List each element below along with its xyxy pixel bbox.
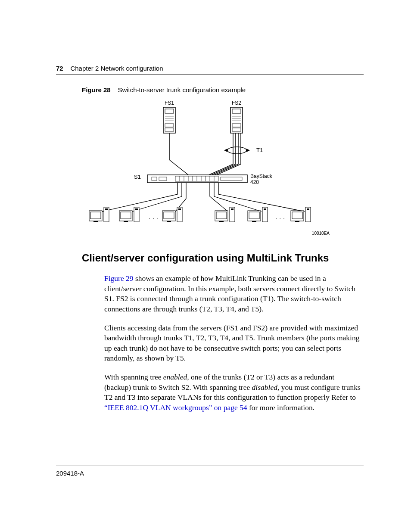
svg-text:. . .: . . . [275,213,285,221]
label-t1: T1 [256,147,263,153]
cable-fs1 [169,133,188,175]
body-text: shows an example of how MultiLink Trunki… [104,274,355,313]
svg-rect-9 [232,124,241,127]
svg-rect-36 [135,208,138,210]
running-header: 72 Chapter 2 Network configuration [56,65,364,75]
svg-rect-2 [165,124,174,127]
figure-29-link[interactable]: Figure 29 [104,274,134,283]
figure-caption: Figure 28 Switch-to-server trunk configu… [82,86,364,93]
page: 72 Chapter 2 Network configuration Figur… [0,0,411,532]
label-switch-model-line1: BayStack [250,173,273,179]
cables-to-clients [102,183,305,212]
italic-disabled: disabled [252,383,277,392]
figure-diagram: FS1 FS2 T1 [89,100,330,239]
body-paragraph-2: Clients accessing data from the servers … [104,323,363,364]
label-fs2: FS2 [232,100,241,106]
svg-rect-40 [167,221,171,222]
svg-rect-42 [178,208,181,210]
svg-rect-45 [219,221,224,222]
svg-rect-31 [105,208,108,210]
svg-rect-39 [164,212,174,219]
svg-rect-3 [165,128,174,131]
chapter-title-text: Chapter 2 Network configuration [70,65,163,72]
arrow-icon [224,149,227,152]
svg-rect-8 [232,109,241,113]
label-switch-model-line2: 420 [250,179,259,185]
svg-rect-29 [93,221,98,222]
svg-rect-56 [295,221,299,222]
svg-rect-26 [159,177,167,180]
server-fs1-icon [163,107,175,133]
document-number: 209418-A [56,470,84,477]
figure-title: Switch-to-server trunk configuration exa… [118,86,246,93]
svg-rect-44 [216,212,227,219]
arrow-icon [246,149,250,152]
label-s1: S1 [134,174,141,180]
chapter-title [65,65,71,72]
svg-rect-10 [232,128,241,131]
vlan-workgroups-link[interactable]: “IEEE 802.1Q VLAN workgroups” on page 54 [104,403,247,412]
page-number: 72 [56,65,63,72]
svg-rect-33 [121,212,131,219]
diagram-id: 10010EA [312,231,330,236]
body-paragraph-1: Figure 29 shows an example of how MultiL… [104,274,363,314]
svg-rect-50 [252,221,256,222]
figure-label: Figure 28 [82,86,111,93]
body-paragraph-3: With spanning tree enabled, one of the t… [104,372,363,413]
switch-ports [152,176,242,181]
svg-rect-52 [264,208,266,210]
page-footer: 209418-A [56,466,364,477]
svg-rect-47 [231,208,234,210]
svg-rect-25 [152,177,157,180]
svg-rect-24 [221,177,242,180]
svg-text:. . .: . . . [149,213,158,221]
section-heading: Client/server configuration using MultiL… [82,252,364,264]
label-fs1: FS1 [165,100,174,106]
workstation-group: . . . . . . [89,207,311,222]
svg-rect-58 [307,208,309,210]
figure-caption-sep [112,86,118,93]
trunk-loop-icon [227,147,246,154]
svg-rect-34 [124,221,128,222]
svg-rect-28 [90,212,101,219]
svg-rect-49 [249,212,259,219]
server-fs2-icon [230,107,243,133]
svg-rect-1 [165,109,174,113]
italic-enabled: enabled [163,373,187,381]
svg-rect-55 [292,212,302,219]
body-text: With spanning tree [104,373,163,381]
body-text: for more information. [247,403,314,412]
